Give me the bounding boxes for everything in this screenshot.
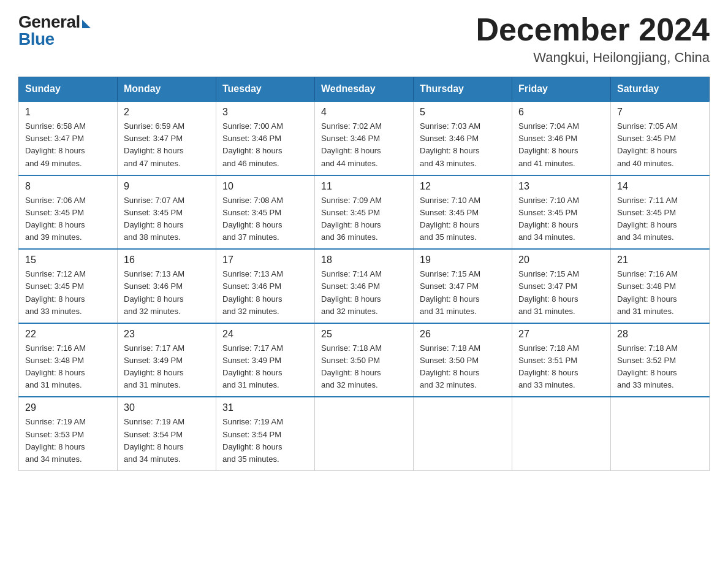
- calendar-title: December 2024: [476, 12, 710, 47]
- day-number: 24: [222, 329, 308, 340]
- day-number: 14: [617, 181, 703, 192]
- calendar-day-cell: 27Sunrise: 7:18 AMSunset: 3:51 PMDayligh…: [512, 323, 611, 397]
- day-detail: Sunrise: 7:18 AMSunset: 3:50 PMDaylight:…: [321, 342, 407, 392]
- day-number: 20: [518, 255, 604, 266]
- calendar-day-cell: 4Sunrise: 7:02 AMSunset: 3:46 PMDaylight…: [315, 101, 414, 175]
- calendar-day-cell: 28Sunrise: 7:18 AMSunset: 3:52 PMDayligh…: [611, 323, 710, 397]
- calendar-day-cell: 25Sunrise: 7:18 AMSunset: 3:50 PMDayligh…: [315, 323, 414, 397]
- calendar-day-cell: 15Sunrise: 7:12 AMSunset: 3:45 PMDayligh…: [19, 249, 118, 323]
- calendar-week-row: 15Sunrise: 7:12 AMSunset: 3:45 PMDayligh…: [19, 249, 710, 323]
- calendar-day-cell: 11Sunrise: 7:09 AMSunset: 3:45 PMDayligh…: [315, 175, 414, 250]
- day-number: 30: [124, 402, 210, 413]
- day-number: 23: [124, 329, 210, 340]
- calendar-day-cell: 21Sunrise: 7:16 AMSunset: 3:48 PMDayligh…: [611, 249, 710, 323]
- calendar-day-cell: 22Sunrise: 7:16 AMSunset: 3:48 PMDayligh…: [19, 323, 118, 397]
- day-detail: Sunrise: 7:00 AMSunset: 3:46 PMDaylight:…: [222, 120, 308, 170]
- day-detail: Sunrise: 7:19 AMSunset: 3:54 PMDaylight:…: [222, 416, 308, 465]
- day-detail: Sunrise: 7:05 AMSunset: 3:45 PMDaylight:…: [617, 120, 703, 170]
- header-monday: Monday: [118, 77, 216, 102]
- calendar-day-cell: 6Sunrise: 7:04 AMSunset: 3:46 PMDaylight…: [512, 101, 611, 175]
- day-detail: Sunrise: 7:10 AMSunset: 3:45 PMDaylight:…: [518, 194, 604, 244]
- calendar-header-row: SundayMondayTuesdayWednesdayThursdayFrid…: [19, 77, 710, 102]
- day-number: 27: [518, 329, 604, 340]
- calendar-day-cell: 5Sunrise: 7:03 AMSunset: 3:46 PMDaylight…: [414, 101, 512, 175]
- calendar-day-cell: 19Sunrise: 7:15 AMSunset: 3:47 PMDayligh…: [414, 249, 512, 323]
- calendar-day-cell: [611, 397, 710, 470]
- header-sunday: Sunday: [19, 77, 118, 102]
- day-number: 6: [518, 107, 604, 118]
- day-detail: Sunrise: 6:58 AMSunset: 3:47 PMDaylight:…: [25, 120, 111, 170]
- day-detail: Sunrise: 7:06 AMSunset: 3:45 PMDaylight:…: [25, 194, 111, 244]
- day-number: 29: [25, 402, 111, 413]
- page-header: General Blue December 2024 Wangkui, Heil…: [18, 12, 710, 66]
- calendar-day-cell: 20Sunrise: 7:15 AMSunset: 3:47 PMDayligh…: [512, 249, 611, 323]
- day-number: 1: [25, 107, 111, 118]
- day-detail: Sunrise: 7:11 AMSunset: 3:45 PMDaylight:…: [617, 194, 703, 244]
- day-number: 28: [617, 329, 703, 340]
- calendar-table: SundayMondayTuesdayWednesdayThursdayFrid…: [18, 77, 710, 471]
- day-number: 3: [222, 107, 308, 118]
- calendar-day-cell: 14Sunrise: 7:11 AMSunset: 3:45 PMDayligh…: [611, 175, 710, 250]
- calendar-day-cell: [315, 397, 414, 470]
- logo-blue-text: Blue: [18, 29, 55, 49]
- calendar-day-cell: 31Sunrise: 7:19 AMSunset: 3:54 PMDayligh…: [216, 397, 315, 470]
- calendar-week-row: 29Sunrise: 7:19 AMSunset: 3:53 PMDayligh…: [19, 397, 710, 470]
- header-saturday: Saturday: [611, 77, 710, 102]
- calendar-day-cell: 24Sunrise: 7:17 AMSunset: 3:49 PMDayligh…: [216, 323, 315, 397]
- day-detail: Sunrise: 7:15 AMSunset: 3:47 PMDaylight:…: [518, 268, 604, 318]
- day-number: 10: [222, 181, 308, 192]
- calendar-week-row: 22Sunrise: 7:16 AMSunset: 3:48 PMDayligh…: [19, 323, 710, 397]
- day-detail: Sunrise: 7:07 AMSunset: 3:45 PMDaylight:…: [124, 194, 210, 244]
- header-tuesday: Tuesday: [216, 77, 315, 102]
- day-detail: Sunrise: 7:02 AMSunset: 3:46 PMDaylight:…: [321, 120, 407, 170]
- day-detail: Sunrise: 7:19 AMSunset: 3:54 PMDaylight:…: [124, 416, 210, 465]
- header-friday: Friday: [512, 77, 611, 102]
- day-number: 11: [321, 181, 407, 192]
- day-number: 2: [124, 107, 210, 118]
- calendar-week-row: 1Sunrise: 6:58 AMSunset: 3:47 PMDaylight…: [19, 101, 710, 175]
- day-detail: Sunrise: 7:12 AMSunset: 3:45 PMDaylight:…: [25, 268, 111, 318]
- logo: General Blue: [18, 12, 91, 49]
- day-detail: Sunrise: 7:17 AMSunset: 3:49 PMDaylight:…: [124, 342, 210, 392]
- day-number: 12: [420, 181, 506, 192]
- day-detail: Sunrise: 7:16 AMSunset: 3:48 PMDaylight:…: [617, 268, 703, 318]
- day-number: 21: [617, 255, 703, 266]
- day-number: 7: [617, 107, 703, 118]
- day-detail: Sunrise: 7:10 AMSunset: 3:45 PMDaylight:…: [420, 194, 506, 244]
- day-detail: Sunrise: 7:03 AMSunset: 3:46 PMDaylight:…: [420, 120, 506, 170]
- calendar-day-cell: 7Sunrise: 7:05 AMSunset: 3:45 PMDaylight…: [611, 101, 710, 175]
- title-section: December 2024 Wangkui, Heilongjiang, Chi…: [476, 12, 710, 66]
- day-number: 19: [420, 255, 506, 266]
- day-detail: Sunrise: 7:18 AMSunset: 3:52 PMDaylight:…: [617, 342, 703, 392]
- calendar-day-cell: 13Sunrise: 7:10 AMSunset: 3:45 PMDayligh…: [512, 175, 611, 250]
- calendar-day-cell: 17Sunrise: 7:13 AMSunset: 3:46 PMDayligh…: [216, 249, 315, 323]
- calendar-day-cell: [414, 397, 512, 470]
- calendar-day-cell: [512, 397, 611, 470]
- calendar-day-cell: 16Sunrise: 7:13 AMSunset: 3:46 PMDayligh…: [118, 249, 216, 323]
- calendar-day-cell: 1Sunrise: 6:58 AMSunset: 3:47 PMDaylight…: [19, 101, 118, 175]
- day-number: 18: [321, 255, 407, 266]
- calendar-day-cell: 9Sunrise: 7:07 AMSunset: 3:45 PMDaylight…: [118, 175, 216, 250]
- calendar-location: Wangkui, Heilongjiang, China: [476, 50, 710, 66]
- day-number: 8: [25, 181, 111, 192]
- calendar-day-cell: 12Sunrise: 7:10 AMSunset: 3:45 PMDayligh…: [414, 175, 512, 250]
- calendar-day-cell: 30Sunrise: 7:19 AMSunset: 3:54 PMDayligh…: [118, 397, 216, 470]
- day-detail: Sunrise: 7:18 AMSunset: 3:51 PMDaylight:…: [518, 342, 604, 392]
- day-detail: Sunrise: 7:18 AMSunset: 3:50 PMDaylight:…: [420, 342, 506, 392]
- day-detail: Sunrise: 7:19 AMSunset: 3:53 PMDaylight:…: [25, 416, 111, 465]
- calendar-day-cell: 3Sunrise: 7:00 AMSunset: 3:46 PMDaylight…: [216, 101, 315, 175]
- day-number: 4: [321, 107, 407, 118]
- calendar-day-cell: 2Sunrise: 6:59 AMSunset: 3:47 PMDaylight…: [118, 101, 216, 175]
- header-wednesday: Wednesday: [315, 77, 414, 102]
- calendar-day-cell: 8Sunrise: 7:06 AMSunset: 3:45 PMDaylight…: [19, 175, 118, 250]
- day-detail: Sunrise: 7:17 AMSunset: 3:49 PMDaylight:…: [222, 342, 308, 392]
- day-number: 16: [124, 255, 210, 266]
- calendar-day-cell: 18Sunrise: 7:14 AMSunset: 3:46 PMDayligh…: [315, 249, 414, 323]
- day-detail: Sunrise: 7:14 AMSunset: 3:46 PMDaylight:…: [321, 268, 407, 318]
- day-detail: Sunrise: 6:59 AMSunset: 3:47 PMDaylight:…: [124, 120, 210, 170]
- day-detail: Sunrise: 7:16 AMSunset: 3:48 PMDaylight:…: [25, 342, 111, 392]
- day-number: 22: [25, 329, 111, 340]
- day-number: 13: [518, 181, 604, 192]
- header-thursday: Thursday: [414, 77, 512, 102]
- calendar-day-cell: 29Sunrise: 7:19 AMSunset: 3:53 PMDayligh…: [19, 397, 118, 470]
